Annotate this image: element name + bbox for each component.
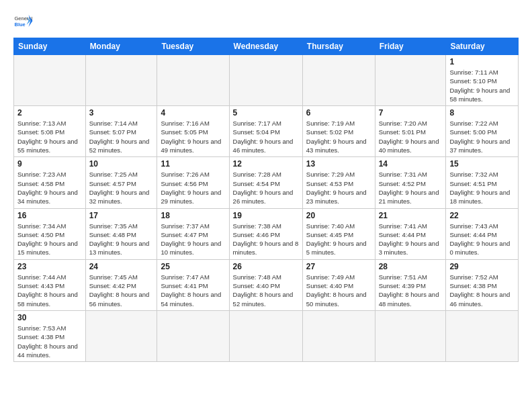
day-number: 6 [306,108,371,118]
calendar-cell: 14Sunrise: 7:31 AM Sunset: 4:52 PM Dayli… [375,157,446,208]
day-number: 25 [161,262,225,271]
calendar-cell: 8Sunrise: 7:22 AM Sunset: 5:00 PM Daylig… [446,106,519,157]
calendar-cell [157,310,229,361]
day-info: Sunrise: 7:23 AM Sunset: 4:58 PM Dayligh… [17,170,82,205]
weekday-header-saturday: Saturday [446,38,519,55]
day-info: Sunrise: 7:20 AM Sunset: 5:01 PM Dayligh… [379,119,443,154]
day-number: 16 [17,211,82,220]
day-number: 12 [233,159,299,169]
logo: General Blue [13,11,34,31]
calendar-cell: 11Sunrise: 7:26 AM Sunset: 4:56 PM Dayli… [157,157,229,208]
day-number: 1 [449,57,515,66]
day-number: 30 [17,313,82,322]
day-number: 7 [379,108,443,118]
day-number: 18 [161,211,225,220]
page: General Blue SundayMondayTuesdayWednesda… [0,0,532,411]
day-number: 5 [233,108,299,118]
calendar-week-2: 2Sunrise: 7:13 AM Sunset: 5:08 PM Daylig… [14,106,519,157]
day-info: Sunrise: 7:37 AM Sunset: 4:47 PM Dayligh… [161,222,225,257]
day-info: Sunrise: 7:31 AM Sunset: 4:52 PM Dayligh… [379,170,443,205]
day-info: Sunrise: 7:52 AM Sunset: 4:38 PM Dayligh… [449,273,515,308]
calendar-cell: 16Sunrise: 7:34 AM Sunset: 4:50 PM Dayli… [14,208,86,259]
day-info: Sunrise: 7:41 AM Sunset: 4:44 PM Dayligh… [379,222,443,257]
day-info: Sunrise: 7:16 AM Sunset: 5:05 PM Dayligh… [161,119,225,154]
day-number: 22 [449,211,515,220]
calendar-cell: 9Sunrise: 7:23 AM Sunset: 4:58 PM Daylig… [14,157,86,208]
calendar-cell: 27Sunrise: 7:49 AM Sunset: 4:40 PM Dayli… [302,259,375,310]
day-info: Sunrise: 7:44 AM Sunset: 4:43 PM Dayligh… [17,273,82,308]
calendar-cell: 30Sunrise: 7:53 AM Sunset: 4:38 PM Dayli… [14,310,86,361]
calendar-cell [229,55,302,106]
calendar-cell: 24Sunrise: 7:45 AM Sunset: 4:42 PM Dayli… [85,259,157,310]
day-info: Sunrise: 7:17 AM Sunset: 5:04 PM Dayligh… [233,119,299,154]
weekday-header-tuesday: Tuesday [157,38,229,55]
weekday-header-thursday: Thursday [302,38,375,55]
weekday-header-sunday: Sunday [14,38,86,55]
calendar-cell: 6Sunrise: 7:19 AM Sunset: 5:02 PM Daylig… [302,106,375,157]
day-number: 23 [17,262,82,271]
calendar-cell [85,310,157,361]
day-info: Sunrise: 7:28 AM Sunset: 4:54 PM Dayligh… [233,170,299,205]
calendar-cell: 2Sunrise: 7:13 AM Sunset: 5:08 PM Daylig… [14,106,86,157]
day-number: 10 [89,159,154,169]
calendar-cell [446,310,519,361]
day-info: Sunrise: 7:14 AM Sunset: 5:07 PM Dayligh… [89,119,154,154]
weekday-header-row: SundayMondayTuesdayWednesdayThursdayFrid… [14,38,519,55]
day-info: Sunrise: 7:35 AM Sunset: 4:48 PM Dayligh… [89,222,154,257]
day-number: 9 [17,159,82,169]
day-info: Sunrise: 7:29 AM Sunset: 4:53 PM Dayligh… [306,170,371,205]
day-info: Sunrise: 7:26 AM Sunset: 4:56 PM Dayligh… [161,170,225,205]
day-info: Sunrise: 7:40 AM Sunset: 4:45 PM Dayligh… [306,222,371,257]
weekday-header-friday: Friday [375,38,446,55]
day-info: Sunrise: 7:51 AM Sunset: 4:39 PM Dayligh… [379,273,443,308]
calendar-cell: 26Sunrise: 7:48 AM Sunset: 4:40 PM Dayli… [229,259,302,310]
calendar-week-4: 16Sunrise: 7:34 AM Sunset: 4:50 PM Dayli… [14,208,519,259]
day-info: Sunrise: 7:49 AM Sunset: 4:40 PM Dayligh… [306,273,371,308]
day-number: 26 [233,262,299,271]
calendar-cell [302,310,375,361]
day-number: 21 [379,211,443,220]
day-number: 29 [449,262,515,271]
day-number: 15 [449,159,515,169]
day-info: Sunrise: 7:45 AM Sunset: 4:42 PM Dayligh… [89,273,154,308]
day-info: Sunrise: 7:38 AM Sunset: 4:46 PM Dayligh… [233,222,299,257]
calendar-cell [375,55,446,106]
calendar-week-6: 30Sunrise: 7:53 AM Sunset: 4:38 PM Dayli… [14,310,519,361]
calendar-cell: 19Sunrise: 7:38 AM Sunset: 4:46 PM Dayli… [229,208,302,259]
calendar-cell: 3Sunrise: 7:14 AM Sunset: 5:07 PM Daylig… [85,106,157,157]
day-number: 20 [306,211,371,220]
day-number: 2 [17,108,82,118]
day-number: 11 [161,159,225,169]
day-number: 4 [161,108,225,118]
calendar-cell: 18Sunrise: 7:37 AM Sunset: 4:47 PM Dayli… [157,208,229,259]
calendar-cell: 28Sunrise: 7:51 AM Sunset: 4:39 PM Dayli… [375,259,446,310]
calendar-cell: 22Sunrise: 7:43 AM Sunset: 4:44 PM Dayli… [446,208,519,259]
weekday-header-monday: Monday [85,38,157,55]
calendar-cell [85,55,157,106]
calendar-cell [229,310,302,361]
day-info: Sunrise: 7:22 AM Sunset: 5:00 PM Dayligh… [449,119,515,154]
calendar-week-5: 23Sunrise: 7:44 AM Sunset: 4:43 PM Dayli… [14,259,519,310]
calendar-cell: 15Sunrise: 7:32 AM Sunset: 4:51 PM Dayli… [446,157,519,208]
day-number: 14 [379,159,443,169]
calendar-cell: 23Sunrise: 7:44 AM Sunset: 4:43 PM Dayli… [14,259,86,310]
calendar-cell [302,55,375,106]
calendar-week-1: 1Sunrise: 7:11 AM Sunset: 5:10 PM Daylig… [14,55,519,106]
day-info: Sunrise: 7:48 AM Sunset: 4:40 PM Dayligh… [233,273,299,308]
weekday-header-wednesday: Wednesday [229,38,302,55]
calendar-cell: 1Sunrise: 7:11 AM Sunset: 5:10 PM Daylig… [446,55,519,106]
calendar-cell: 20Sunrise: 7:40 AM Sunset: 4:45 PM Dayli… [302,208,375,259]
day-number: 8 [449,108,515,118]
day-info: Sunrise: 7:32 AM Sunset: 4:51 PM Dayligh… [449,170,515,205]
calendar-cell: 17Sunrise: 7:35 AM Sunset: 4:48 PM Dayli… [85,208,157,259]
day-number: 17 [89,211,154,220]
calendar-cell: 21Sunrise: 7:41 AM Sunset: 4:44 PM Dayli… [375,208,446,259]
calendar-cell: 10Sunrise: 7:25 AM Sunset: 4:57 PM Dayli… [85,157,157,208]
calendar-cell: 7Sunrise: 7:20 AM Sunset: 5:01 PM Daylig… [375,106,446,157]
day-number: 24 [89,262,154,271]
day-info: Sunrise: 7:43 AM Sunset: 4:44 PM Dayligh… [449,222,515,257]
calendar-cell [157,55,229,106]
day-info: Sunrise: 7:47 AM Sunset: 4:41 PM Dayligh… [161,273,225,308]
day-info: Sunrise: 7:13 AM Sunset: 5:08 PM Dayligh… [17,119,82,154]
day-number: 19 [233,211,299,220]
